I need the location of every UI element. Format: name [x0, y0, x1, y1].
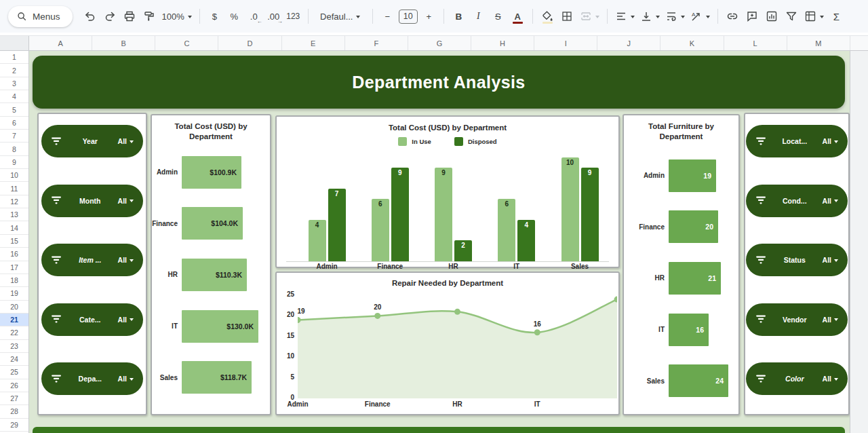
- row-header-27[interactable]: 27: [0, 392, 28, 405]
- select-all-corner[interactable]: [0, 36, 29, 50]
- slicer-category[interactable]: Cate...All: [41, 303, 143, 336]
- slicer-vendor[interactable]: VendorAll: [746, 303, 848, 336]
- row-header-1[interactable]: 1: [0, 51, 28, 64]
- insert-comment-button[interactable]: [743, 7, 762, 26]
- slicer-department[interactable]: Depa...All: [41, 362, 143, 395]
- redo-button[interactable]: [101, 7, 119, 26]
- font-family-dropdown[interactable]: Defaul...: [314, 7, 367, 26]
- slicer-value-dropdown[interactable]: All: [118, 197, 134, 205]
- row-header-17[interactable]: 17: [0, 261, 28, 274]
- row-header-13[interactable]: 13: [0, 208, 28, 221]
- slicer-value-dropdown[interactable]: All: [118, 316, 134, 324]
- row-header-15[interactable]: 15: [0, 235, 28, 248]
- slicer-month[interactable]: MonthAll: [41, 185, 143, 217]
- text-wrap-dropdown[interactable]: [663, 7, 687, 26]
- slicer-value-dropdown[interactable]: All: [823, 316, 838, 324]
- decrease-font-size-button[interactable]: −: [378, 7, 397, 26]
- row-header-9[interactable]: 9: [0, 156, 28, 169]
- font-size-input[interactable]: 10: [399, 10, 418, 24]
- row-header-19[interactable]: 19: [0, 287, 28, 300]
- slicer-location[interactable]: Locat...All: [746, 125, 848, 157]
- slicer-value-dropdown[interactable]: All: [823, 256, 838, 264]
- chart-total-cost-by-department[interactable]: Total Cost (USD) by Department Admin$100…: [151, 114, 271, 415]
- row-header-29[interactable]: 29: [0, 419, 28, 432]
- format-currency-button[interactable]: $: [205, 7, 224, 26]
- row-header-11[interactable]: 11: [0, 182, 28, 195]
- chart-total-furniture-by-department[interactable]: Total Furniture by Department Admin19Fin…: [623, 114, 740, 415]
- menus-search-button[interactable]: Menus: [8, 6, 73, 27]
- row-header-25[interactable]: 25: [0, 366, 28, 379]
- italic-button[interactable]: I: [469, 7, 488, 26]
- decrease-decimal-button[interactable]: .0←: [245, 7, 263, 26]
- more-formats-button[interactable]: 123: [284, 7, 302, 26]
- row-header-8[interactable]: 8: [0, 143, 28, 155]
- create-filter-button[interactable]: [783, 7, 801, 26]
- row-header-12[interactable]: 12: [0, 195, 28, 208]
- row-header-16[interactable]: 16: [0, 248, 28, 261]
- paint-format-button[interactable]: [140, 7, 159, 26]
- row-header-23[interactable]: 23: [0, 340, 28, 353]
- column-header-g[interactable]: G: [408, 36, 471, 50]
- strikethrough-button[interactable]: S: [489, 7, 507, 26]
- row-header-3[interactable]: 3: [0, 77, 28, 90]
- undo-button[interactable]: [81, 7, 100, 26]
- format-percent-button[interactable]: %: [225, 7, 243, 26]
- row-header-26[interactable]: 26: [0, 379, 28, 392]
- column-header-c[interactable]: C: [155, 36, 218, 50]
- column-header-l[interactable]: L: [724, 36, 787, 50]
- column-header-f[interactable]: F: [345, 36, 408, 50]
- slicer-item[interactable]: Item ...All: [41, 244, 143, 276]
- column-header-m[interactable]: M: [787, 36, 850, 50]
- column-header-a[interactable]: A: [29, 36, 92, 50]
- merge-cells-button[interactable]: [578, 7, 601, 26]
- row-header-7[interactable]: 7: [0, 130, 28, 143]
- row-header-22[interactable]: 22: [0, 326, 28, 339]
- borders-button[interactable]: [558, 7, 576, 26]
- row-header-24[interactable]: 24: [0, 353, 28, 366]
- bold-button[interactable]: B: [450, 7, 468, 26]
- column-header-d[interactable]: D: [218, 36, 281, 50]
- slicer-condition[interactable]: Cond...All: [746, 185, 848, 217]
- column-header-k[interactable]: K: [660, 36, 724, 50]
- column-header-h[interactable]: H: [471, 36, 534, 50]
- print-button[interactable]: [121, 7, 139, 26]
- zoom-dropdown[interactable]: 100%: [160, 7, 194, 26]
- row-header-4[interactable]: 4: [0, 90, 28, 103]
- increase-font-size-button[interactable]: +: [420, 7, 438, 26]
- table-tools-dropdown[interactable]: [802, 7, 826, 26]
- row-header-18[interactable]: 18: [0, 274, 28, 287]
- slicer-value-dropdown[interactable]: All: [823, 137, 838, 145]
- chart-repair-needed-by-department[interactable]: Repair Needed by Department 2520151050Ad…: [275, 271, 620, 415]
- column-header-b[interactable]: B: [92, 36, 155, 50]
- insert-chart-button[interactable]: [763, 7, 781, 26]
- row-header-6[interactable]: 6: [0, 117, 28, 130]
- chart-cost-in-use-vs-disposed[interactable]: Total Cost (USD) by Department In Use Di…: [275, 115, 620, 268]
- text-color-button[interactable]: A: [509, 7, 527, 26]
- slicer-year[interactable]: YearAll: [41, 125, 143, 157]
- row-header-20[interactable]: 20: [0, 301, 28, 314]
- row-header-21[interactable]: 21: [0, 314, 28, 326]
- row-header-10[interactable]: 10: [0, 169, 28, 182]
- slicer-value-dropdown[interactable]: All: [118, 137, 134, 145]
- dashboard-title-banner[interactable]: Department Analysis: [33, 56, 845, 109]
- slicer-value-dropdown[interactable]: All: [118, 375, 134, 383]
- row-header-28[interactable]: 28: [0, 405, 28, 418]
- column-header-i[interactable]: I: [534, 36, 597, 50]
- vertical-align-dropdown[interactable]: [638, 7, 662, 26]
- horizontal-align-dropdown[interactable]: [613, 7, 637, 26]
- column-header-j[interactable]: J: [597, 36, 660, 50]
- functions-button[interactable]: Σ: [827, 7, 846, 26]
- fill-color-button[interactable]: [538, 7, 557, 26]
- slicer-color[interactable]: ColorAll: [746, 362, 848, 395]
- increase-decimal-button[interactable]: .00→: [264, 7, 283, 26]
- slicer-value-dropdown[interactable]: All: [823, 375, 838, 383]
- row-header-2[interactable]: 2: [0, 64, 28, 77]
- column-header-e[interactable]: E: [282, 36, 345, 50]
- insert-link-button[interactable]: [724, 7, 742, 26]
- sheet-canvas[interactable]: Department Analysis YearAllMonthAllItem …: [29, 51, 850, 433]
- text-rotation-dropdown[interactable]: A: [688, 7, 712, 26]
- row-header-14[interactable]: 14: [0, 221, 28, 234]
- slicer-status[interactable]: StatusAll: [746, 244, 848, 276]
- row-header-5[interactable]: 5: [0, 103, 28, 116]
- slicer-value-dropdown[interactable]: All: [823, 197, 838, 205]
